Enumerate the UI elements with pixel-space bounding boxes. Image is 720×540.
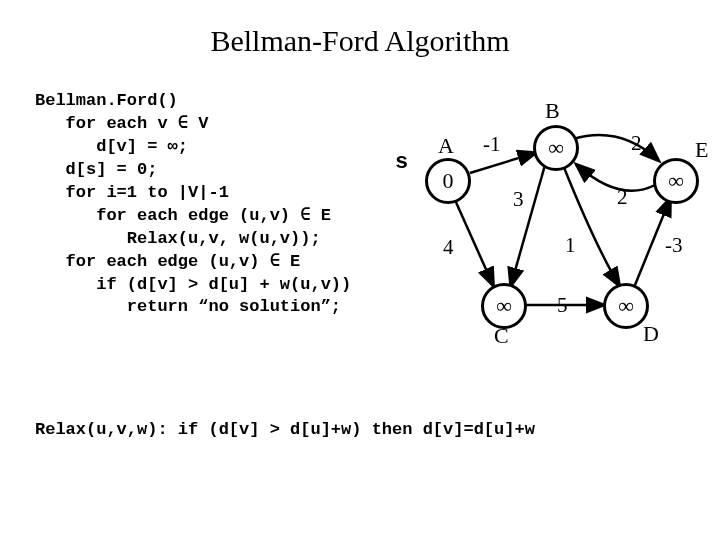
weight-E-B: 2 [617, 185, 628, 210]
node-D-label: D [643, 321, 659, 347]
node-A-label: A [438, 133, 454, 159]
node-E: ∞ [653, 158, 699, 204]
weight-B-E: 2 [631, 131, 642, 156]
weight-A-B: -1 [483, 132, 501, 157]
pseudocode-block: Bellman.Ford() for each v ∈ V d[v] = ∞; … [35, 90, 351, 319]
edge-B-D [563, 165, 619, 285]
node-A: 0 [425, 158, 471, 204]
node-C-label: C [494, 323, 509, 349]
node-E-label: E [695, 137, 708, 163]
weight-A-C: 4 [443, 235, 454, 260]
relax-definition: Relax(u,v,w): if (d[v] > d[u]+w) then d[… [35, 420, 535, 439]
edge-E-B [577, 165, 655, 191]
weight-D-E: -3 [665, 233, 683, 258]
edge-A-B [470, 153, 535, 173]
weight-B-C: 3 [513, 187, 524, 212]
source-label: s [395, 150, 408, 175]
edge-B-E [573, 135, 658, 160]
graph-diagram: s 0 A ∞ B ∞ E ∞ C ∞ D -1 4 3 1 2 2 5 -3 [395, 95, 705, 375]
weight-C-D: 5 [557, 293, 568, 318]
edge-A-C [455, 200, 493, 285]
weight-B-D: 1 [565, 233, 576, 258]
node-B-label: B [545, 98, 560, 124]
page-title: Bellman-Ford Algorithm [0, 0, 720, 68]
edge-B-C [511, 165, 545, 285]
node-B: ∞ [533, 125, 579, 171]
